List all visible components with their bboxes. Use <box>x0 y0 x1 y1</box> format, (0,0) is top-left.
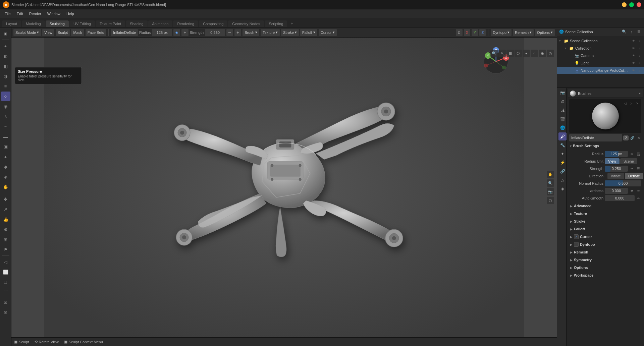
workspace-section[interactable]: ▶ Workspace <box>568 272 643 279</box>
scene-stats-btn[interactable]: ⊡ <box>456 29 463 36</box>
viewport-3d[interactable]: Size Pressure Enable tablet pressure sen… <box>11 38 557 337</box>
tool-scrape[interactable]: ▲ <box>1 152 10 161</box>
radius-pen-icon[interactable]: ✏ <box>629 151 635 157</box>
hardness-pen-icon[interactable]: ✏ <box>636 188 641 193</box>
unit-view-btn[interactable]: View <box>605 158 620 164</box>
tool-box-face[interactable]: ⊡ <box>1 297 10 307</box>
prop-tab-particles[interactable]: ✦ <box>558 150 567 158</box>
tab-layout[interactable]: Layout <box>2 20 21 27</box>
prop-tab-render[interactable]: 📷 <box>558 89 567 97</box>
prop-tab-material[interactable]: ◈ <box>558 185 567 193</box>
add-workspace-button[interactable]: + <box>288 20 296 27</box>
zoom-in-btn[interactable]: 🔍 <box>490 50 498 57</box>
tab-animation[interactable]: Animation <box>148 20 173 27</box>
shading-material-btn[interactable]: ◉ <box>539 50 546 57</box>
tool-snake[interactable]: ↗ <box>1 205 10 214</box>
cursor-section[interactable]: ▶ ✓ Cursor <box>568 233 643 240</box>
tool-blob[interactable]: ◉ <box>1 102 10 111</box>
outliner-settings-btn[interactable]: ☰ <box>636 29 642 35</box>
minimize-button[interactable] <box>622 2 627 7</box>
tool-crease[interactable]: ∧ <box>1 112 10 121</box>
outliner-filter-btn[interactable]: 🔍 <box>621 29 627 35</box>
radius-plus[interactable]: + <box>181 29 188 36</box>
tool-pinch[interactable]: ◈ <box>1 172 10 181</box>
falloff-dropdown[interactable]: Falloff ▾ <box>300 29 317 36</box>
light-vis-btn[interactable]: 👁 <box>631 60 636 66</box>
brush-name-field[interactable] <box>569 134 622 141</box>
shading-render-btn[interactable]: ◎ <box>547 50 554 57</box>
tool-clay-thumb[interactable]: ◑ <box>1 71 10 81</box>
brushes-header[interactable]: Brushes ▾ <box>568 89 643 98</box>
tool-clay-strips[interactable]: ◧ <box>1 61 10 71</box>
y-axis-btn[interactable]: Y <box>472 29 478 36</box>
prop-tab-object[interactable]: 🖌 <box>558 132 567 140</box>
tab-rendering[interactable]: Rendering <box>173 20 198 27</box>
options-btn[interactable]: Options ▾ <box>535 29 555 36</box>
menu-window[interactable]: Window <box>45 11 63 16</box>
falloff-section[interactable]: ▶ Falloff <box>568 225 643 233</box>
tool-multiplane[interactable]: ◆ <box>1 162 10 171</box>
radius-pressure-btn[interactable]: ◉ <box>173 29 180 36</box>
brush-dropdown[interactable]: Brush ▾ <box>243 29 259 36</box>
tool-sculpt-cursor[interactable]: ⊙ <box>1 307 10 317</box>
outliner-nano-model[interactable]: △ NanoLongRange ProtoCutom V2 👁 ↓ <box>557 67 644 74</box>
strength-chain-icon[interactable]: ⛓ <box>636 166 641 171</box>
brush-close-btn[interactable]: ✕ <box>635 101 640 106</box>
strength-prop-field[interactable]: 0.250 <box>605 166 628 172</box>
cursor-checkbox[interactable]: ✓ <box>574 234 579 239</box>
model-vis-btn[interactable]: 👁 <box>631 68 636 73</box>
model-sel-btn[interactable]: ↓ <box>637 68 642 73</box>
close-button[interactable] <box>637 2 641 7</box>
prop-tab-data[interactable]: △ <box>558 176 567 184</box>
tool-grab[interactable]: ✋ <box>1 182 10 191</box>
radius-chain-icon[interactable]: ⛓ <box>636 151 641 157</box>
outliner-collection[interactable]: ▾ 📁 Collection 👁 ↓ <box>557 45 644 52</box>
prop-tab-constraints[interactable]: 🔗 <box>558 167 567 175</box>
inflate-btn[interactable]: Inflate <box>607 173 624 179</box>
tab-geometry-nodes[interactable]: Geometry Nodes <box>228 20 264 27</box>
menu-edit[interactable]: Edit <box>14 11 26 16</box>
face-sets-menu[interactable]: Face Sets <box>86 29 106 36</box>
tab-compositing[interactable]: Compositing <box>199 20 227 27</box>
scene-sel-btn[interactable]: ↓ <box>637 38 642 44</box>
sculpt-mode-dropdown[interactable]: Sculpt Mode ▾ <box>13 29 41 36</box>
outliner-sort-btn[interactable]: ↕ <box>629 29 635 35</box>
remesh-btn[interactable]: Remesh ▾ <box>513 29 534 36</box>
tab-shading[interactable]: Shading <box>126 20 147 27</box>
strength-pen-btn[interactable]: ✏ <box>226 29 233 36</box>
front-view-btn[interactable]: ▦ <box>506 50 514 57</box>
remesh-section[interactable]: ▶ Remesh <box>568 248 643 256</box>
tool-pose[interactable]: ⚙ <box>1 225 10 234</box>
mask-menu[interactable]: Mask <box>71 29 84 36</box>
tab-texture-paint[interactable]: Texture Paint <box>96 20 125 27</box>
brush-prev-btn[interactable]: ◁ <box>623 101 628 106</box>
tool-flatten[interactable]: ▬ <box>1 132 10 141</box>
normal-radius-field[interactable]: 0.500 <box>605 180 641 186</box>
zoom-btn[interactable]: 🔍 <box>547 179 554 187</box>
radius-input[interactable] <box>152 29 172 36</box>
tab-modeling[interactable]: Modeling <box>22 20 45 27</box>
auto-smooth-field[interactable]: 0.000 <box>605 195 635 201</box>
brush-unlink-btn[interactable]: ✕ <box>636 135 641 140</box>
stroke-dropdown[interactable]: Stroke ▾ <box>281 29 299 36</box>
texture-dropdown[interactable]: Texture ▾ <box>261 29 280 36</box>
dyntopo-checkbox[interactable] <box>574 242 579 247</box>
perspective-btn[interactable]: ⬡ <box>515 50 522 57</box>
tool-simplify[interactable]: ◁ <box>1 257 10 267</box>
tool-draw[interactable]: ● <box>1 41 10 51</box>
radius-prop-field[interactable]: 125 px <box>605 151 628 157</box>
symmetry-section[interactable]: ▶ Symmetry <box>568 256 643 264</box>
bottom-sculpt-mode[interactable]: ▣ Sculpt <box>14 340 29 344</box>
tool-fill[interactable]: ▣ <box>1 142 10 151</box>
shading-solid-btn[interactable]: ● <box>523 50 530 57</box>
sculpt-menu[interactable]: Sculpt <box>56 29 70 36</box>
x-axis-btn[interactable]: X <box>464 29 470 36</box>
strength-input[interactable] <box>205 29 225 36</box>
tool-cloth[interactable]: ⚑ <box>1 245 10 254</box>
cam-vis-btn[interactable]: 👁 <box>631 53 636 58</box>
shading-wireframe-btn[interactable]: ○ <box>531 50 538 57</box>
light-sel-btn[interactable]: ↓ <box>637 60 642 66</box>
tab-scripting[interactable]: Scripting <box>265 20 287 27</box>
dyntopo-btn[interactable]: Dyntopo ▾ <box>491 29 512 36</box>
outliner-scene-collection[interactable]: ▾ 📁 Scene Collection 👁 ↓ <box>557 37 644 45</box>
